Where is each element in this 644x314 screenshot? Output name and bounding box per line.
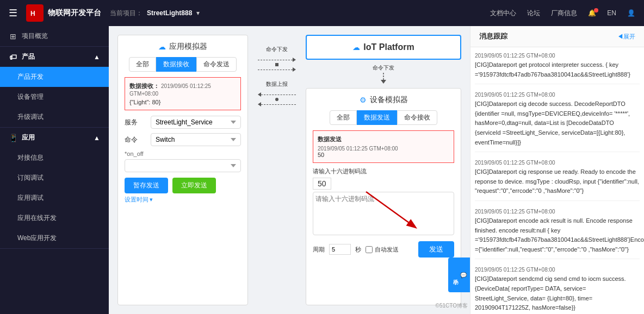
log-text: [CIG]Datareport sendcmd cig send cmd to … xyxy=(475,274,640,312)
app-simulator: ☁ 应用模拟器 全部 数据接收 命令发送 数据接收： 2019/09/05 01… xyxy=(117,35,248,305)
sidebar: ⊞ 项目概览 🏷 产品 ▲ 产品开发 设备管理 升级调试 xyxy=(0,26,109,314)
notification-dot xyxy=(594,8,598,12)
top-arrows xyxy=(258,58,296,72)
logo-icon: H xyxy=(26,4,44,22)
log-time: 2019/09/05 01:12:25 GTM+08:00 xyxy=(475,159,640,167)
device-simulator: ⚙ 设备模拟器 全部 数据发送 命令接收 数据发送 2019/0 xyxy=(306,88,461,305)
iot-cloud-icon: ☁ xyxy=(352,43,360,52)
data-received-value: {"Light": 80} xyxy=(129,99,236,105)
right-panel-content: 2019/09/05 01:12:25 GTM+08:00[CIG]Datare… xyxy=(470,47,644,314)
sidebar-product-dev-label: 产品开发 xyxy=(17,72,44,81)
sidebar-item-device-mgmt[interactable]: 设备管理 xyxy=(0,87,109,107)
sidebar-app-header[interactable]: 📱 应用 ▲ xyxy=(0,128,109,148)
device-simulator-tabs: 全部 数据发送 命令接收 xyxy=(313,110,454,125)
iot-platform-box: ☁ IoT Platform xyxy=(306,35,461,60)
log-text: [CIG]Datareport cig response ue ready. R… xyxy=(475,167,640,196)
nav-forum[interactable]: 论坛 xyxy=(527,9,540,18)
log-time: 2019/09/05 01:12:25 GTM+08:00 xyxy=(475,91,640,99)
sidebar-product-section: 🏷 产品 ▲ 产品开发 设备管理 升级调试 xyxy=(0,47,109,128)
param-field: *on_off xyxy=(125,150,241,172)
param-select[interactable] xyxy=(125,159,241,172)
app-chevron-icon: ▲ xyxy=(94,134,100,142)
send-button[interactable]: 发送 xyxy=(418,241,454,258)
device-simulator-title: ⚙ 设备模拟器 xyxy=(313,95,454,105)
hex-input-area: 请输入十六进制码流 50 xyxy=(313,167,454,237)
send-footer: 周期 5 秒 自动发送 发送 xyxy=(313,241,454,258)
sidebar-item-connect-info[interactable]: 对接信息 xyxy=(0,148,109,168)
arrow-right-2 xyxy=(258,67,296,72)
data-send-box: 数据发送 2019/09/05 01:12:25 GTM+08:00 50 xyxy=(313,130,454,163)
sidebar-item-upgrade-debug[interactable]: 升级调试 xyxy=(0,107,109,127)
project-selector[interactable]: 当前项目： StreetLight888 ▾ xyxy=(110,9,200,18)
app-icon: 📱 xyxy=(9,134,17,142)
sidebar-item-app-debug[interactable]: 应用调试 xyxy=(0,188,109,208)
log-time: 2019/09/05 01:12:25 GTM+08:00 xyxy=(475,266,640,274)
data-send-time: 2019/09/05 01:12:25 GTM+08:00 xyxy=(318,146,449,152)
iot-device-arrows: 命令下发 xyxy=(306,64,461,84)
sidebar-subscribe-debug-label: 订阅调试 xyxy=(17,173,44,183)
top-nav: ☰ H 物联网开发平台 当前项目： StreetLight888 ▾ 文档中心 … xyxy=(0,0,644,26)
sidebar-overview-label: 项目概览 xyxy=(22,32,48,41)
sidebar-device-mgmt-label: 设备管理 xyxy=(17,92,44,102)
nav-lang[interactable]: EN xyxy=(607,9,616,17)
down-arrow-icon xyxy=(378,73,389,84)
data-received-label: 数据接收： 2019/09/05 01:12:25 GTM+08:00 xyxy=(129,82,236,97)
sidebar-product-header[interactable]: 🏷 产品 ▲ xyxy=(0,47,109,67)
nav-right: 文档中心 论坛 厂商信息 🔔 EN 👤 xyxy=(490,9,635,18)
data-received-box: 数据接收： 2019/09/05 01:12:25 GTM+08:00 {"Li… xyxy=(125,77,241,110)
dev-tab-send[interactable]: 数据发送 xyxy=(357,110,397,125)
right-panel: 消息跟踪 ◀展开 2019/09/05 01:12:25 GTM+08:00[C… xyxy=(470,26,644,314)
save-send-button[interactable]: 暂存发送 xyxy=(125,178,168,193)
cmd-down-label-2: 命令下发 xyxy=(373,64,394,72)
nav-vendor[interactable]: 厂商信息 xyxy=(551,9,577,18)
auto-send-label[interactable]: 自动发送 xyxy=(366,246,399,254)
app-tab-all[interactable]: 全部 xyxy=(129,57,156,72)
command-label: 命令 xyxy=(125,135,146,145)
immediate-send-button[interactable]: 立即发送 xyxy=(172,178,216,193)
hex-input-field[interactable] xyxy=(313,192,454,235)
log-entry: 2019/09/05 01:12:25 GTM+08:00[CIG]Datare… xyxy=(475,52,640,84)
app-tab-recv[interactable]: 数据接收 xyxy=(156,57,196,72)
cmd-down-label-top: 命令下发 xyxy=(266,46,288,53)
hex-label: 请输入十六进制码流 xyxy=(313,167,454,175)
cycle-input[interactable]: 5 xyxy=(329,244,351,255)
logo-text: 物联网开发平台 xyxy=(48,8,101,18)
app-tab-send[interactable]: 命令发送 xyxy=(196,57,237,72)
log-entry: 2019/09/05 01:12:25 GTM+08:00[CIG]Datare… xyxy=(475,208,640,259)
sidebar-item-web-app-dev[interactable]: Web应用开发 xyxy=(0,228,109,248)
main-layout: ⊞ 项目概览 🏷 产品 ▲ 产品开发 设备管理 升级调试 xyxy=(0,26,644,314)
service-row: 服务 StreetLight_Service xyxy=(125,116,241,129)
chat-assistant-button[interactable]: 💬 小助手 xyxy=(448,258,470,292)
service-select[interactable]: StreetLight_Service xyxy=(151,116,241,129)
sidebar-item-app-online-dev[interactable]: 应用在线开发 xyxy=(0,208,109,228)
nav-docs[interactable]: 文档中心 xyxy=(490,9,516,18)
device-icon: ⚙ xyxy=(360,96,367,104)
notification-bell[interactable]: 🔔 xyxy=(588,9,596,17)
user-icon[interactable]: 👤 xyxy=(627,9,635,17)
command-select[interactable]: Switch xyxy=(151,133,241,146)
logo: H 物联网开发平台 xyxy=(26,4,101,22)
sidebar-item-product-dev[interactable]: 产品开发 xyxy=(0,67,109,87)
dev-tab-recv[interactable]: 命令接收 xyxy=(397,110,437,125)
sidebar-item-subscribe-debug[interactable]: 订阅调试 xyxy=(0,168,109,188)
log-entry: 2019/09/05 01:12:25 GTM+08:00[CIG]Datare… xyxy=(475,159,640,201)
auto-send-checkbox[interactable] xyxy=(366,246,373,253)
product-icon: 🏷 xyxy=(9,53,17,61)
right-panel-header: 消息跟踪 ◀展开 xyxy=(470,26,644,47)
dev-tab-all[interactable]: 全部 xyxy=(330,110,357,125)
hamburger-icon[interactable]: ☰ xyxy=(9,7,17,19)
sidebar-web-app-dev-label: Web应用开发 xyxy=(17,234,57,243)
content-area: ☁ 应用模拟器 全部 数据接收 命令发送 数据接收： 2019/09/05 01… xyxy=(109,26,644,314)
cycle-unit: 秒 xyxy=(355,246,361,254)
watermark: ©51CTO博客 xyxy=(436,302,468,310)
sidebar-item-overview[interactable]: ⊞ 项目概览 xyxy=(0,26,109,46)
expand-button[interactable]: ◀展开 xyxy=(617,33,635,41)
project-label: 当前项目： xyxy=(110,9,143,18)
param-label: *on_off xyxy=(125,150,241,157)
overview-icon: ⊞ xyxy=(9,32,17,41)
sidebar-app-online-dev-label: 应用在线开发 xyxy=(17,213,57,223)
set-timing-link[interactable]: 设置时间 ▾ xyxy=(125,196,241,204)
app-simulator-title: ☁ 应用模拟器 xyxy=(125,42,241,52)
project-name: StreetLight888 xyxy=(147,9,192,17)
log-text: [CIG]Datareport get protocol interpreter… xyxy=(475,60,640,79)
